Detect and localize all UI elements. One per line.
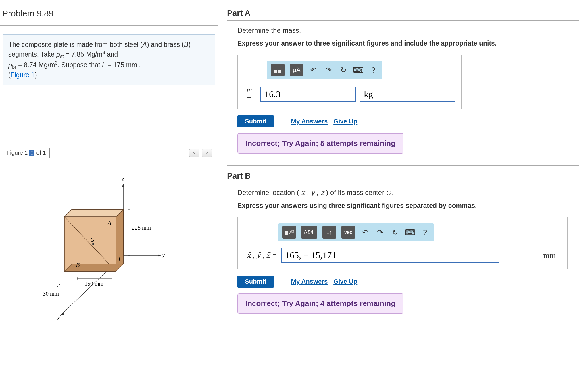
rho-br: ρ — [8, 61, 12, 69]
part-b-value-input[interactable] — [281, 248, 499, 263]
redo-button[interactable]: ↷ — [375, 226, 385, 239]
text: The composite plate is made from both st… — [8, 41, 143, 48]
undo-button[interactable]: ↶ — [360, 226, 370, 239]
axis-y: y — [162, 252, 165, 258]
greek-button[interactable]: ΑΣΦ — [301, 226, 317, 239]
part-b-answer-row: x̄ , ȳ , z̄ = mm — [247, 248, 562, 263]
dim-225: 225 mm — [132, 224, 151, 231]
part-b-unit: mm — [543, 251, 556, 260]
label-A: A — [143, 41, 147, 48]
part-a-instruction: Determine the mass. — [237, 26, 579, 34]
sort-button[interactable]: ↓↑ — [322, 226, 336, 239]
svg-rect-20 — [274, 70, 277, 73]
keyboard-button[interactable]: ⌨ — [405, 226, 415, 239]
figure-next-button[interactable]: > — [202, 149, 212, 157]
rho-st-val: = 7.85 Mg/m — [64, 51, 103, 58]
part-b-toolbar: √ ΑΣΦ ↓↑ vec ↶ ↷ ↻ ⌨ ? — [278, 223, 434, 241]
figure-prev-button[interactable]: < — [189, 149, 199, 157]
svg-line-19 — [57, 278, 66, 287]
part-a-unit-input[interactable] — [360, 87, 455, 102]
svg-marker-8 — [64, 210, 123, 217]
problem-statement: The composite plate is made from both st… — [3, 34, 215, 85]
part-b-answer-widget: √ ΑΣΦ ↓↑ vec ↶ ↷ ↻ ⌨ ? x̄ , ȳ , z̄ = mm — [237, 217, 568, 269]
axis-z: z — [122, 176, 124, 182]
rho-br-val: = 8.74 Mg/m — [16, 61, 55, 69]
part-b-give-up-link[interactable]: Give Up — [333, 278, 357, 285]
keyboard-button[interactable]: ⌨ — [353, 64, 363, 76]
point-G: G — [90, 237, 95, 243]
L-label: L — [102, 61, 106, 69]
svg-rect-24 — [285, 231, 288, 235]
part-b-variable: x̄ , ȳ , z̄ = — [247, 251, 277, 260]
part-b-submit-button[interactable]: Submit — [237, 276, 274, 288]
rho-st-sub: st — [60, 54, 64, 59]
problem-id: Problem 9.89 — [0, 0, 218, 26]
part-a-give-up-link[interactable]: Give Up — [333, 118, 357, 125]
part-a-answer-widget: μÅ ↶ ↷ ↻ ⌨ ? m = — [237, 55, 462, 109]
figure-label: Figure 1 — [7, 150, 28, 156]
part-b-my-answers-link[interactable]: My Answers — [291, 278, 328, 285]
figure-selector[interactable]: Figure 1 ▲▼ of 1 — [3, 148, 50, 158]
rho-st: ρ — [56, 51, 60, 58]
part-a-feedback: Incorrect; Try Again; 5 attempts remaini… — [237, 133, 403, 154]
svg-marker-5 — [60, 313, 64, 316]
part-a-bold-instruction: Express your answer to three significant… — [237, 40, 579, 47]
part-a-title: Part A — [227, 0, 579, 21]
figure-toolbar: Figure 1 ▲▼ of 1 < > — [3, 148, 215, 158]
part-a-my-answers-link[interactable]: My Answers — [291, 118, 328, 125]
part-b-title: Part B — [227, 166, 579, 183]
svg-rect-21 — [278, 67, 280, 69]
dim-150: 150 mm — [84, 280, 104, 287]
svg-point-12 — [92, 243, 94, 245]
region-B: B — [76, 261, 80, 268]
reset-button[interactable]: ↻ — [339, 64, 348, 76]
svg-marker-4 — [158, 254, 161, 257]
undo-button[interactable]: ↶ — [309, 64, 318, 76]
part-b-bold-instruction: Express your answers using three signifi… — [237, 202, 579, 210]
part-b-feedback: Incorrect; Try Again; 4 attempts remaini… — [237, 293, 403, 314]
part-a-value-input[interactable] — [260, 87, 356, 102]
cube: 3 — [103, 50, 105, 55]
svg-marker-11 — [64, 264, 123, 271]
cube2: 3 — [55, 60, 57, 65]
L-val: = 175 mm . — [106, 61, 141, 69]
reset-button[interactable]: ↻ — [390, 226, 400, 239]
text: ) and brass ( — [147, 41, 184, 48]
figure-link[interactable]: Figure 1 — [11, 71, 35, 79]
and: and — [105, 51, 118, 58]
units-button[interactable]: μÅ — [290, 64, 303, 76]
dim-L: L — [118, 256, 122, 262]
axis-x: x — [57, 315, 60, 321]
figure-stepper[interactable]: ▲▼ — [29, 150, 34, 156]
part-a-answer-row: m = — [247, 86, 455, 103]
region-A: A — [107, 220, 112, 227]
figure-image: z y x A B G — [3, 166, 215, 327]
help-button[interactable]: ? — [368, 64, 378, 76]
vec-button[interactable]: vec — [341, 226, 355, 239]
part-a-toolbar: μÅ ↶ ↷ ↻ ⌨ ? — [267, 61, 382, 79]
svg-marker-3 — [122, 184, 124, 187]
figure-of: of 1 — [36, 150, 46, 156]
rho-br-sub: br — [12, 64, 16, 69]
template-button[interactable] — [271, 64, 285, 76]
label-B: B — [184, 41, 188, 48]
dim-30: 30 mm — [43, 290, 59, 297]
svg-rect-23 — [278, 70, 281, 73]
part-b-instruction: Determine location ( x̄ , ȳ , z̄ ) of it… — [237, 189, 579, 197]
part-b-actions: Submit My Answers Give Up — [237, 276, 579, 288]
svg-text:√: √ — [288, 230, 291, 235]
part-a-submit-button[interactable]: Submit — [237, 115, 274, 127]
svg-rect-26 — [292, 230, 294, 232]
help-button[interactable]: ? — [420, 226, 430, 239]
suppose: . Suppose that — [57, 61, 102, 69]
part-a-variable: m = — [247, 86, 256, 103]
template-button[interactable]: √ — [282, 226, 296, 239]
redo-button[interactable]: ↷ — [324, 64, 333, 76]
part-a-actions: Submit My Answers Give Up — [237, 115, 579, 127]
